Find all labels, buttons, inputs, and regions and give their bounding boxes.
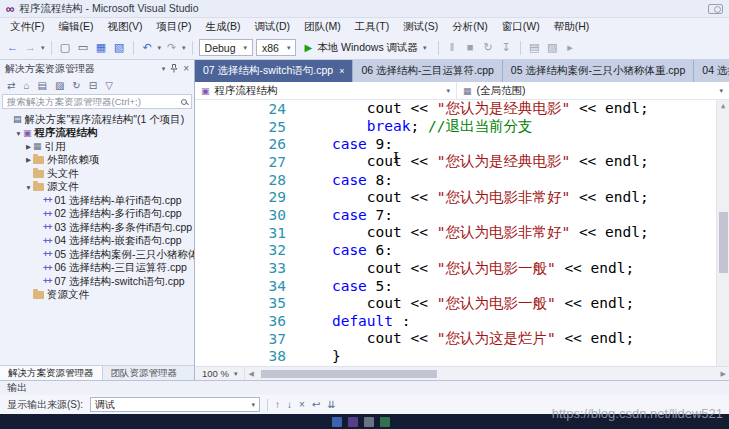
redo-icon[interactable]: ↷ (164, 42, 179, 53)
taskbar-app-icon[interactable] (364, 417, 374, 427)
taskbar-app-icon[interactable] (332, 417, 342, 427)
taskbar-app-icon[interactable] (348, 417, 358, 427)
code-line[interactable]: 27 cout << "您认为是经典电影" << endl; (195, 153, 729, 171)
code-editor[interactable]: 24 cout << "您认为是经典电影" << endl;25 break; … (195, 100, 729, 366)
code-line[interactable]: 35 cout << "您认为电影一般" << endl; (195, 295, 729, 313)
sync-with-active-document-icon[interactable]: ⇄ (7, 80, 15, 91)
toolbar-overflow-icon[interactable]: ▸ (563, 42, 578, 53)
new-file-icon[interactable]: ▢ (58, 42, 73, 53)
clear-all-output-icon[interactable]: × (299, 400, 305, 410)
menu-item[interactable]: 文件(F) (3, 20, 51, 34)
zoom-level-dropdown[interactable]: 100 % ▾ (195, 367, 245, 380)
show-all-files-icon[interactable]: ▤ (37, 80, 46, 91)
tree-item-cpp[interactable]: ++02 选择结构-多行if语句.cpp (0, 208, 194, 222)
code-line[interactable]: 33 cout << "您认为电影一般" << endl; (195, 259, 729, 277)
editor-tab[interactable]: 05 选择结构案例-三只小猪称体重.cpp (503, 60, 693, 82)
pin-icon[interactable] (170, 64, 178, 73)
tree-expander-icon[interactable]: ▶ (24, 143, 33, 151)
navigate-forward-icon[interactable]: → (23, 42, 38, 53)
tree-item-cpp[interactable]: ++04 选择结构-嵌套if语句.cpp (0, 235, 194, 249)
restart-icon[interactable]: ↻ (481, 42, 496, 53)
filter-icon[interactable]: ▽ (105, 80, 113, 91)
solution-search-input[interactable] (7, 96, 177, 107)
properties-icon[interactable]: ▨ (55, 80, 64, 91)
tool-window-tab[interactable]: 解决方案资源管理器 (0, 366, 103, 380)
tree-expander-icon[interactable]: ▼ (24, 184, 33, 191)
tree-item-cpp[interactable]: ++01 选择结构-单行if语句.cpp (0, 194, 194, 208)
undo-dropdown-icon[interactable]: ▾ (158, 44, 162, 51)
tree-item-folder[interactable]: 头文件 (0, 167, 194, 181)
save-all-icon[interactable]: ▧ (112, 42, 127, 53)
tree-item-project[interactable]: ▼▣程序流程结构 (0, 127, 194, 141)
editor-tab[interactable]: 06 选择结构-三目运算符.cpp (353, 60, 501, 82)
solution-configuration-select[interactable]: Debug ▾ (199, 39, 253, 56)
tree-item-cpp[interactable]: ++05 选择结构案例-三只小猪称体重.cpp (0, 248, 194, 262)
step-icon[interactable]: ↧ (499, 42, 514, 53)
scroll-up-icon[interactable]: ▲ (717, 100, 729, 110)
window-options-icon[interactable]: ▾ (162, 65, 166, 72)
show-all-files-icon[interactable]: ▤ (527, 42, 542, 53)
taskbar-app-icon[interactable] (380, 417, 390, 427)
redo-dropdown-icon[interactable]: ▾ (182, 44, 186, 51)
code-line[interactable]: 24 cout << "您认为是经典电影" << endl; (195, 100, 729, 118)
menu-item[interactable]: 团队(M) (297, 20, 348, 34)
tool-window-tab[interactable]: 团队资源管理器 (103, 366, 186, 380)
solution-platform-select[interactable]: x86 ▾ (256, 39, 296, 56)
tree-item-references[interactable]: ▶▦引用 (0, 140, 194, 154)
save-icon[interactable]: ▦ (94, 42, 109, 53)
scope-dropdown[interactable]: ▦ (全局范围) ▾ (457, 82, 729, 99)
code-line[interactable]: 32 case 6: (195, 242, 729, 260)
code-line[interactable]: 28 case 8: (195, 171, 729, 189)
close-icon[interactable]: × (339, 67, 344, 76)
open-file-icon[interactable]: ▭ (76, 42, 91, 53)
navigation-dropdown-icon[interactable]: ▾ (41, 44, 45, 51)
menu-item[interactable]: 视图(V) (100, 20, 149, 34)
menu-item[interactable]: 测试(S) (396, 20, 445, 34)
menu-item[interactable]: 窗口(W) (495, 20, 547, 34)
vertical-scrollbar[interactable]: ▲ (716, 100, 729, 366)
tree-item-cpp[interactable]: ++03 选择结构-多条件if语句.cpp (0, 221, 194, 235)
next-message-icon[interactable]: ↓ (287, 400, 292, 410)
code-line[interactable]: 29 cout << "您认为电影非常好" << endl; (195, 188, 729, 206)
menu-item[interactable]: 生成(B) (198, 20, 247, 34)
collapse-all-icon[interactable]: ⊟ (89, 80, 97, 91)
autoscroll-icon[interactable]: ⇊ (327, 400, 335, 410)
vertical-scrollbar-thumb[interactable] (719, 212, 728, 273)
horizontal-scrollbar[interactable]: ◀ ▶ (245, 367, 729, 380)
tree-item-folder[interactable]: 资源文件 (0, 289, 194, 303)
tree-item-folder[interactable]: ▶外部依赖项 (0, 154, 194, 168)
menu-item[interactable]: 帮助(H) (547, 20, 597, 34)
tree-item-folder[interactable]: ▼源文件 (0, 181, 194, 195)
refresh-icon[interactable]: ↻ (72, 80, 80, 91)
menu-item[interactable]: 编辑(E) (51, 20, 100, 34)
start-debugging-button[interactable]: ▶ 本地 Windows 调试器 ▾ (299, 39, 431, 57)
menu-item[interactable]: 项目(P) (149, 20, 198, 34)
scroll-right-icon[interactable]: ▶ (721, 370, 726, 378)
menu-item[interactable]: 工具(T) (348, 20, 396, 34)
tree-item-cpp[interactable]: ++07 选择结构-switch语句.cpp (0, 275, 194, 289)
code-line[interactable]: 36 default : (195, 312, 729, 330)
stop-icon[interactable]: ■ (463, 42, 478, 53)
scroll-left-icon[interactable]: ◀ (248, 370, 253, 378)
undo-icon[interactable]: ↶ (140, 42, 155, 53)
horizontal-scrollbar-track[interactable] (257, 370, 718, 378)
editor-tab[interactable]: 04 选择 (694, 60, 729, 82)
code-line[interactable]: 38 } (195, 348, 729, 366)
tree-item-cpp[interactable]: ++06 选择结构-三目运算符.cpp (0, 262, 194, 276)
tree-expander-icon[interactable]: ▼ (14, 130, 23, 137)
code-line[interactable]: 31 cout << "您认为电影非常好" << endl; (195, 224, 729, 242)
output-source-select[interactable]: 调试 ▾ (90, 397, 260, 412)
horizontal-scrollbar-thumb[interactable] (261, 370, 436, 378)
pause-icon[interactable]: ‖ (445, 42, 460, 53)
menu-item[interactable]: 调试(D) (247, 20, 297, 34)
properties-icon[interactable]: ▨ (545, 42, 560, 53)
tree-expander-icon[interactable]: ▶ (24, 156, 33, 164)
tree-item-solution[interactable]: ▤解决方案"程序流程结构"(1 个项目) (0, 113, 194, 127)
code-line[interactable]: 30 case 7: (195, 206, 729, 224)
code-line[interactable]: 34 case 5: (195, 277, 729, 295)
project-context-dropdown[interactable]: ▣ 程序流程结构 ▾ (195, 82, 457, 99)
menu-item[interactable]: 分析(N) (445, 20, 495, 34)
editor-tab[interactable]: 07 选择结构-switch语句.cpp× (195, 60, 352, 82)
home-icon[interactable]: ⌂ (23, 80, 29, 91)
previous-message-icon[interactable]: ↑ (275, 400, 280, 410)
